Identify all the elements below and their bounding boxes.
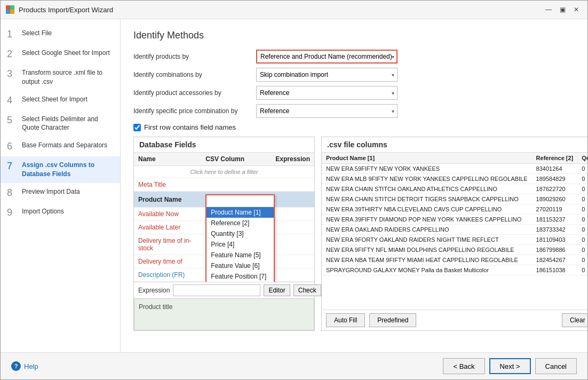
sidebar-item-6[interactable]: 6 Base Formats and Separators [1,137,120,156]
first-row-checkbox-row: First row contains field names [133,123,575,131]
filter-row-tr: Click here to define a filter [134,166,314,178]
identify-products-select[interactable]: Reference and Product Name (recommended) [256,50,398,64]
identify-products-row: Identify products by Reference and Produ… [133,50,575,64]
titlebar-controls: ― ▣ ✕ [543,4,582,15]
sidebar-item-2[interactable]: 2 Select Google Sheet for Import [1,44,120,64]
identify-products-label: Identify products by [133,53,256,60]
minimize-btn[interactable]: ― [543,4,554,15]
field-csv-product-name: Product N... ▾ Product Name [1] Re [201,192,271,208]
dropdown-item-4[interactable]: Price [4] [206,239,274,250]
csv-cell-2-3: 0 [577,174,587,184]
db-col-name: Name [134,153,201,166]
next-button[interactable]: Next > [489,358,531,374]
sidebar-label-4: Select Sheet for Import [22,95,88,104]
help-link[interactable]: ? Help [11,361,38,371]
csv-row-1[interactable]: NEW ERA 59FIFTY NEW YORK YANKEES 8340126… [322,164,587,174]
identify-accessories-label: Identify product accessories by [133,89,256,97]
dropdown-item-7[interactable]: Feature Position [7] [206,271,274,282]
db-panel-title: Database Fields [134,137,314,153]
csv-footer: Auto Fill Predefined Clear [322,310,587,330]
csv-row-9[interactable]: NEW ERA 9FIFTY NFL MIAMI DOLPHINS CAPPEL… [322,245,587,255]
expression-input[interactable] [173,284,260,296]
csv-row-10[interactable]: NEW ERA NBA TEAM 9FIFTY MIAMI HEAT CAPPE… [322,255,587,265]
identify-price-select[interactable]: Reference [256,104,398,118]
identify-products-select-wrapper: Reference and Product Name (recommended) [256,50,398,64]
sidebar-label-8: Preview Import Data [22,187,80,196]
sidebar-num-2: 2 [7,49,18,60]
csv-cell-6-2: 181153237 [532,215,578,225]
sidebar-item-4[interactable]: 4 Select Sheet for Import [1,91,120,110]
csv-cell-7-1: NEW ERA OAKLAND RAIDERS CAPPELLINO [322,225,532,235]
restore-btn[interactable]: ▣ [557,4,568,15]
sidebar-num-6: 6 [7,141,18,152]
identify-accessories-select-wrapper: Reference [256,86,398,100]
check-button[interactable]: Check [293,284,321,296]
sidebar-item-9[interactable]: 9 Import Options [1,203,120,223]
sidebar-item-7[interactable]: 7 Assign .csv Columns to Database Fields [1,156,120,183]
back-button[interactable]: < Back [443,358,484,374]
dropdown-item-3[interactable]: Quantity [3] [206,228,274,239]
sidebar-item-5[interactable]: 5 Select Fields Delimiter and Quote Char… [1,110,120,137]
auto-fill-button[interactable]: Auto Fill [326,313,365,327]
dropdown-item-1[interactable]: Product Name [1] [206,207,274,218]
app-icon [6,5,14,14]
csv-cell-2-1: NEW ERA MLB 9FIFTY NEW YORK YANKEES CAPP… [322,174,532,184]
dropdown-item-6[interactable]: Feature Value [6] [206,260,274,271]
sidebar-item-3[interactable]: 3 Transform source .xml file to output .… [1,64,120,91]
csv-cell-8-2: 181109403 [532,235,578,245]
product-title-text: Product title [139,303,172,311]
editor-button[interactable]: Editor [264,284,290,296]
csv-row-3[interactable]: NEW ERA CHAIN STITCH OAKLAND ATHLETICS C… [322,184,587,194]
field-expr-meta-title [271,178,314,192]
clear-button[interactable]: Clear [562,313,587,327]
content-area: 1 Select File 2 Select Google Sheet for … [1,19,587,352]
db-panel: Database Fields Name CSV Column Expressi… [133,137,315,331]
csv-cell-10-1: NEW ERA NBA TEAM 9FIFTY MIAMI HEAT CAPPE… [322,255,532,265]
field-expr-description-fr [271,268,314,282]
csv-row-5[interactable]: NEW ERA 39THIRTY NBA CLEVELAND CAVS CUP … [322,204,587,215]
sidebar-num-9: 9 [7,207,18,218]
filter-row[interactable]: Click here to define a filter [134,166,314,178]
dropdown-item-5[interactable]: Feature Name [5] [206,250,274,260]
sidebar: 1 Select File 2 Select Google Sheet for … [1,19,121,352]
csv-cell-6-1: NEW ERA 39FIFTY DIAMOND POP NEW YORK YAN… [322,215,532,225]
predefined-button[interactable]: Predefined [369,313,416,327]
csv-cell-6-3: 0 [577,215,587,225]
close-btn[interactable]: ✕ [570,4,582,15]
csv-table-wrap[interactable]: Product Name [1] Reference [2] Qua NEW E… [322,153,587,310]
footer-buttons: < Back Next > Cancel [443,358,577,374]
csv-row-8[interactable]: NEW ERA 9FORTY OAKLAND RAIDERS NIGHT TIM… [322,235,587,245]
sidebar-item-8[interactable]: 8 Preview Import Data [1,183,120,203]
table-row-product-name[interactable]: Product Name Product N... ▾ [134,192,314,208]
identify-combinations-row: Identify combinations by Skip combinatio… [133,68,575,82]
field-name-available-later: Available Later [134,221,201,234]
csv-row-7[interactable]: NEW ERA OAKLAND RAIDERS CAPPELLINO 18373… [322,225,587,235]
table-row-meta-title[interactable]: Meta Title [134,178,314,192]
csv-row-6[interactable]: NEW ERA 39FIFTY DIAMOND POP NEW YORK YAN… [322,215,587,225]
csv-row-2[interactable]: NEW ERA MLB 9FIFTY NEW YORK YANKEES CAPP… [322,174,587,184]
field-name-product-name: Product Name [134,192,201,208]
db-col-expr: Expression [271,153,314,166]
csv-row-4[interactable]: NEW ERA CHAIN STITCH DETROIT TIGERS SNAP… [322,194,587,204]
expression-label: Expression [138,287,170,294]
csv-row-11[interactable]: SPRAYGROUND GALAXY MONEY Palla da Basket… [322,265,587,275]
db-table: Name CSV Column Expression Click here to… [134,153,314,282]
identify-combinations-select-wrapper: Skip combination import [256,68,398,82]
dropdown-item-2[interactable]: Reference [2] [206,218,274,228]
csv-table: Product Name [1] Reference [2] Qua NEW E… [322,153,587,275]
field-name-available-now: Available Now [134,208,201,221]
cancel-button[interactable]: Cancel [535,358,577,374]
csv-col-qty: Qua [577,153,587,164]
sidebar-item-1[interactable]: 1 Select File [1,25,120,44]
first-row-checkbox[interactable] [133,124,141,131]
dropdown-search-input[interactable] [206,195,274,207]
sidebar-num-1: 1 [7,29,18,40]
page-title: Identify Methods [133,30,575,41]
csv-cell-10-2: 182454267 [532,255,578,265]
product-title-area: Product title [134,298,314,330]
help-label: Help [24,362,38,370]
csv-cell-7-2: 183733342 [532,225,578,235]
identify-accessories-select[interactable]: Reference [256,86,398,100]
identify-combinations-select[interactable]: Skip combination import [256,68,398,82]
csv-table-header: Product Name [1] Reference [2] Qua [322,153,587,164]
